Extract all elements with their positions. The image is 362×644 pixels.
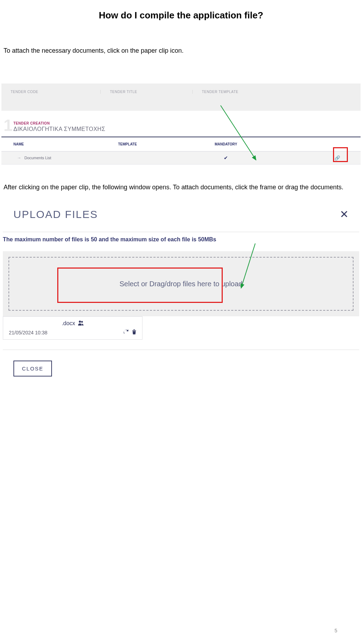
col-action-header: [252, 137, 361, 151]
tender-title-label: TENDER TITLE: [100, 90, 192, 94]
file-dropzone[interactable]: Select or Drag/drop files here to upload: [8, 257, 354, 311]
refresh-icon[interactable]: [123, 330, 130, 335]
paperclip-icon[interactable]: 🔗: [334, 155, 340, 161]
page-number: 5: [334, 628, 337, 633]
col-template-header: TEMPLATE: [115, 137, 199, 151]
people-icon: [78, 321, 84, 327]
file-name: .docx: [62, 320, 75, 327]
arrow-icon: →: [17, 155, 21, 160]
instruction-text-1: To attach the necessary documents, click…: [4, 46, 358, 55]
document-name-cell: → Documents List: [1, 152, 115, 164]
dropzone-text: Select or Drag/drop files here to upload: [119, 280, 243, 288]
instruction-text-2: After clicking on the paper clip, the fo…: [4, 183, 358, 192]
close-icon[interactable]: ✕: [340, 208, 349, 220]
check-icon: ✔: [224, 155, 228, 161]
upload-limit-note: The maximum number of files is 50 and th…: [3, 232, 359, 243]
table-row: → Documents List ✔ 🔗: [1, 151, 361, 165]
tender-template-label: TENDER TEMPLATE: [192, 90, 361, 94]
step-section: 1 TENDER CREATION ΔΙΚΑΙΟΛΟΓΗΤΙΚΑ ΣΥΜΜΕΤΟ…: [1, 111, 361, 137]
tender-code-label: TENDER CODE: [1, 90, 100, 94]
step-number: 1: [4, 117, 13, 133]
tender-screenshot: TENDER CODE TENDER TITLE TENDER TEMPLATE…: [0, 84, 362, 165]
template-cell: [115, 154, 199, 161]
table-header-row: NAME TEMPLATE MANDATORY: [1, 137, 361, 151]
upload-modal: UPLOAD FILES ✕ The maximum number of fil…: [3, 208, 359, 376]
attach-cell: 🔗: [252, 152, 361, 164]
upload-modal-title: UPLOAD FILES: [13, 208, 98, 220]
document-name: Documents List: [24, 156, 51, 160]
tender-info-header: TENDER CODE TENDER TITLE TENDER TEMPLATE: [1, 84, 361, 111]
dropzone-container: Select or Drag/drop files here to upload: [3, 251, 359, 316]
delete-icon[interactable]: [132, 330, 136, 335]
col-name-header: NAME: [1, 137, 115, 151]
mandatory-cell: ✔: [199, 151, 252, 164]
close-button[interactable]: CLOSE: [13, 361, 52, 376]
step-subtitle: ΔΙΚΑΙΟΛΟΓΗΤΙΚΑ ΣΥΜΜΕΤΟΧΗΣ: [13, 126, 361, 132]
tender-creation-label: TENDER CREATION: [13, 121, 361, 125]
page-title: How do I compile the application file?: [0, 10, 362, 21]
documents-table: NAME TEMPLATE MANDATORY → Documents List…: [1, 137, 361, 165]
col-mandatory-header: MANDATORY: [199, 137, 252, 151]
file-timestamp: 21/05/2024 10:38: [9, 330, 47, 335]
divider: [3, 350, 359, 350]
uploaded-file-card: .docx 21/05/2024 10:38: [3, 316, 142, 340]
